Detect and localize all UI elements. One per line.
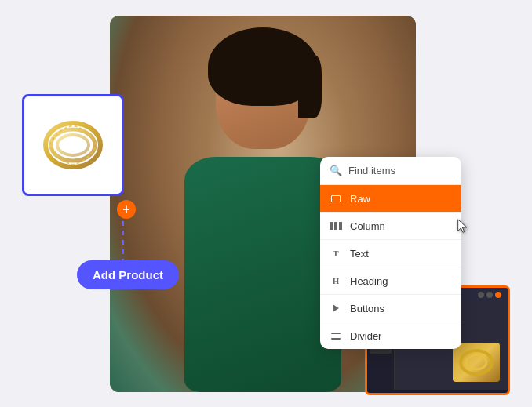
menu-item-raw[interactable]: Raw (320, 185, 461, 213)
find-items-label: Find items (348, 165, 395, 176)
chain-image (34, 110, 112, 180)
svg-point-2 (57, 135, 89, 155)
head (216, 39, 310, 149)
buttons-icon (330, 302, 342, 314)
text-icon: T (330, 247, 342, 260)
text-label: Text (350, 248, 369, 260)
divider-label: Divider (350, 330, 381, 342)
heading-icon: H (330, 274, 342, 287)
product-card (22, 94, 124, 196)
add-product-button[interactable]: Add Product (77, 260, 179, 289)
svg-point-4 (466, 355, 486, 369)
buttons-label: Buttons (350, 303, 384, 314)
column-icon (330, 220, 342, 232)
menu-item-buttons[interactable]: Buttons (320, 295, 461, 322)
hair-side (298, 55, 322, 118)
divider-icon (330, 329, 342, 342)
menu-search-row[interactable]: 🔍 Find items (320, 157, 461, 185)
preview-dot-1 (478, 292, 484, 298)
plus-button[interactable]: + (117, 200, 136, 219)
search-icon: 🔍 (330, 165, 342, 176)
body (184, 157, 341, 392)
add-product-label: Add Product (93, 268, 163, 282)
preview-dot-2 (486, 292, 493, 298)
scene: + Add Product 🔍 Find items Raw (0, 0, 532, 407)
preview-dot-3 (495, 292, 501, 298)
chain-svg (34, 110, 112, 180)
column-label: Column (350, 220, 385, 232)
preview-controls (478, 292, 501, 298)
menu-item-column[interactable]: Column (320, 213, 461, 240)
menu-item-divider[interactable]: Divider (320, 322, 461, 349)
heading-label: Heading (350, 275, 388, 287)
plus-icon: + (122, 202, 129, 216)
menu-item-heading[interactable]: H Heading (320, 267, 461, 295)
raw-icon (330, 192, 342, 205)
dropdown-menu: 🔍 Find items Raw Column T (320, 157, 461, 349)
menu-item-text[interactable]: T Text (320, 240, 461, 267)
raw-label: Raw (350, 193, 370, 205)
preview-chain-image (453, 343, 500, 382)
